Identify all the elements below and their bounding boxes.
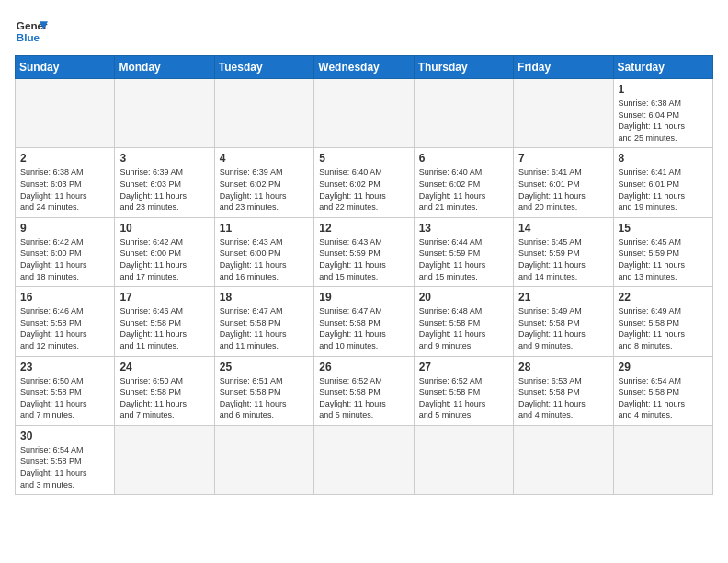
day-number: 28 (518, 361, 608, 373)
day-info: Sunrise: 6:39 AMSunset: 6:03 PMDaylight:… (119, 167, 209, 213)
calendar-cell: 28Sunrise: 6:53 AMSunset: 5:58 PMDayligh… (514, 356, 613, 425)
day-number: 9 (20, 222, 109, 235)
day-number: 3 (119, 152, 209, 165)
calendar-cell: 30Sunrise: 6:54 AMSunset: 5:58 PMDayligh… (16, 425, 115, 494)
day-header-thursday: Thursday (414, 56, 513, 79)
calendar-cell: 15Sunrise: 6:45 AMSunset: 5:59 PMDayligh… (613, 217, 712, 286)
calendar-cell: 25Sunrise: 6:51 AMSunset: 5:58 PMDayligh… (214, 356, 313, 425)
calendar-cell: 19Sunrise: 6:47 AMSunset: 5:58 PMDayligh… (314, 287, 414, 356)
day-info: Sunrise: 6:38 AMSunset: 6:03 PMDaylight:… (20, 167, 109, 213)
calendar-cell: 14Sunrise: 6:45 AMSunset: 5:59 PMDayligh… (514, 217, 613, 286)
calendar-cell: 17Sunrise: 6:46 AMSunset: 5:58 PMDayligh… (115, 287, 214, 356)
calendar-cell (214, 79, 313, 148)
day-info: Sunrise: 6:40 AMSunset: 6:02 PMDaylight:… (319, 167, 408, 213)
day-number: 11 (220, 222, 309, 235)
day-number: 7 (518, 152, 608, 165)
day-info: Sunrise: 6:43 AMSunset: 6:00 PMDaylight:… (220, 236, 309, 282)
calendar-cell: 26Sunrise: 6:52 AMSunset: 5:58 PMDayligh… (314, 356, 414, 425)
calendar-week-1: 1Sunrise: 6:38 AMSunset: 6:04 PMDaylight… (16, 79, 713, 148)
day-number: 14 (518, 222, 608, 235)
day-info: Sunrise: 6:51 AMSunset: 5:58 PMDaylight:… (220, 375, 309, 421)
day-info: Sunrise: 6:46 AMSunset: 5:58 PMDaylight:… (20, 305, 109, 351)
calendar-header-row: SundayMondayTuesdayWednesdayThursdayFrid… (16, 56, 713, 79)
calendar-cell (613, 425, 712, 494)
calendar-cell: 23Sunrise: 6:50 AMSunset: 5:58 PMDayligh… (16, 356, 115, 425)
calendar-cell: 11Sunrise: 6:43 AMSunset: 6:00 PMDayligh… (214, 217, 313, 286)
calendar-week-3: 9Sunrise: 6:42 AMSunset: 6:00 PMDaylight… (16, 217, 713, 286)
day-info: Sunrise: 6:43 AMSunset: 5:59 PMDaylight:… (319, 236, 408, 282)
day-info: Sunrise: 6:47 AMSunset: 5:58 PMDaylight:… (319, 305, 408, 351)
day-info: Sunrise: 6:41 AMSunset: 6:01 PMDaylight:… (518, 167, 608, 213)
day-info: Sunrise: 6:45 AMSunset: 5:59 PMDaylight:… (619, 236, 708, 282)
day-info: Sunrise: 6:53 AMSunset: 5:58 PMDaylight:… (518, 375, 608, 421)
day-number: 12 (319, 222, 408, 235)
day-info: Sunrise: 6:41 AMSunset: 6:01 PMDaylight:… (619, 167, 708, 213)
day-number: 22 (619, 291, 708, 304)
calendar-cell: 9Sunrise: 6:42 AMSunset: 6:00 PMDaylight… (16, 217, 115, 286)
calendar-week-2: 2Sunrise: 6:38 AMSunset: 6:03 PMDaylight… (16, 148, 713, 217)
day-number: 4 (220, 152, 309, 165)
logo: General Blue (15, 15, 48, 48)
day-number: 13 (419, 222, 508, 235)
day-info: Sunrise: 6:52 AMSunset: 5:58 PMDaylight:… (419, 375, 508, 421)
calendar-cell (115, 79, 214, 148)
calendar-cell (115, 425, 214, 494)
calendar-cell (414, 79, 513, 148)
calendar-week-6: 30Sunrise: 6:54 AMSunset: 5:58 PMDayligh… (16, 425, 713, 494)
calendar-cell: 8Sunrise: 6:41 AMSunset: 6:01 PMDaylight… (613, 148, 712, 217)
calendar-cell: 10Sunrise: 6:42 AMSunset: 6:00 PMDayligh… (115, 217, 214, 286)
day-number: 20 (419, 291, 508, 304)
calendar-cell: 22Sunrise: 6:49 AMSunset: 5:58 PMDayligh… (613, 287, 712, 356)
calendar-cell (314, 79, 414, 148)
calendar-table: SundayMondayTuesdayWednesdayThursdayFrid… (15, 55, 713, 495)
day-number: 1 (619, 83, 708, 96)
day-header-friday: Friday (514, 56, 613, 79)
day-info: Sunrise: 6:46 AMSunset: 5:58 PMDaylight:… (119, 305, 209, 351)
calendar-cell (414, 425, 513, 494)
calendar-cell: 20Sunrise: 6:48 AMSunset: 5:58 PMDayligh… (414, 287, 513, 356)
day-info: Sunrise: 6:42 AMSunset: 6:00 PMDaylight:… (119, 236, 209, 282)
day-number: 25 (220, 361, 309, 373)
calendar-cell: 6Sunrise: 6:40 AMSunset: 6:02 PMDaylight… (414, 148, 513, 217)
calendar-cell (514, 79, 613, 148)
day-header-monday: Monday (115, 56, 214, 79)
day-number: 23 (20, 361, 109, 373)
calendar-cell: 29Sunrise: 6:54 AMSunset: 5:58 PMDayligh… (613, 356, 712, 425)
day-number: 21 (518, 291, 608, 304)
day-number: 16 (20, 291, 109, 304)
day-info: Sunrise: 6:39 AMSunset: 6:02 PMDaylight:… (220, 167, 309, 213)
calendar-cell (214, 425, 313, 494)
day-number: 24 (119, 361, 209, 373)
day-info: Sunrise: 6:40 AMSunset: 6:02 PMDaylight:… (419, 167, 508, 213)
calendar-cell: 18Sunrise: 6:47 AMSunset: 5:58 PMDayligh… (214, 287, 313, 356)
day-info: Sunrise: 6:44 AMSunset: 5:59 PMDaylight:… (419, 236, 508, 282)
calendar-cell: 4Sunrise: 6:39 AMSunset: 6:02 PMDaylight… (214, 148, 313, 217)
day-info: Sunrise: 6:50 AMSunset: 5:58 PMDaylight:… (119, 375, 209, 421)
svg-text:Blue: Blue (17, 31, 40, 43)
day-header-saturday: Saturday (613, 56, 712, 79)
day-number: 30 (20, 430, 109, 442)
day-info: Sunrise: 6:52 AMSunset: 5:58 PMDaylight:… (319, 375, 408, 421)
day-info: Sunrise: 6:42 AMSunset: 6:00 PMDaylight:… (20, 236, 109, 282)
day-info: Sunrise: 6:47 AMSunset: 5:58 PMDaylight:… (220, 305, 309, 351)
calendar-cell: 16Sunrise: 6:46 AMSunset: 5:58 PMDayligh… (16, 287, 115, 356)
day-header-tuesday: Tuesday (214, 56, 313, 79)
day-info: Sunrise: 6:49 AMSunset: 5:58 PMDaylight:… (619, 305, 708, 351)
day-info: Sunrise: 6:54 AMSunset: 5:58 PMDaylight:… (20, 444, 109, 490)
calendar-week-5: 23Sunrise: 6:50 AMSunset: 5:58 PMDayligh… (16, 356, 713, 425)
day-number: 19 (319, 291, 408, 304)
day-number: 18 (220, 291, 309, 304)
calendar-cell: 21Sunrise: 6:49 AMSunset: 5:58 PMDayligh… (514, 287, 613, 356)
day-header-sunday: Sunday (16, 56, 115, 79)
calendar-cell: 13Sunrise: 6:44 AMSunset: 5:59 PMDayligh… (414, 217, 513, 286)
day-header-wednesday: Wednesday (314, 56, 414, 79)
day-number: 5 (319, 152, 408, 165)
day-number: 6 (419, 152, 508, 165)
day-number: 2 (20, 152, 109, 165)
calendar-week-4: 16Sunrise: 6:46 AMSunset: 5:58 PMDayligh… (16, 287, 713, 356)
day-info: Sunrise: 6:45 AMSunset: 5:59 PMDaylight:… (518, 236, 608, 282)
calendar-cell: 2Sunrise: 6:38 AMSunset: 6:03 PMDaylight… (16, 148, 115, 217)
day-info: Sunrise: 6:49 AMSunset: 5:58 PMDaylight:… (518, 305, 608, 351)
calendar-cell (514, 425, 613, 494)
calendar-cell: 24Sunrise: 6:50 AMSunset: 5:58 PMDayligh… (115, 356, 214, 425)
